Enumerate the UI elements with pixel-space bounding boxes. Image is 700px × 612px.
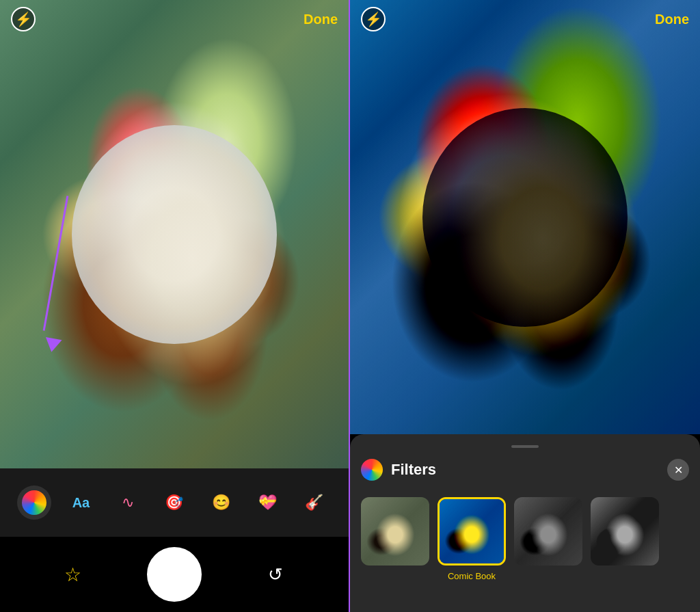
emoji-tool-button[interactable]: 😊 bbox=[204, 485, 238, 520]
bolt-icon-right: ⚡ bbox=[365, 11, 382, 27]
sticker-tool-icon: 💝 bbox=[258, 494, 277, 511]
filters-tool-icon bbox=[22, 490, 46, 515]
star-icon: ☆ bbox=[64, 563, 81, 586]
filters-tool-button[interactable] bbox=[17, 485, 51, 520]
left-photo-area bbox=[0, 0, 349, 468]
draw-tool-icon: ∿ bbox=[122, 494, 134, 511]
text-tool-button[interactable]: Aa bbox=[64, 485, 98, 520]
filter-thumb-bg-noir bbox=[591, 497, 659, 566]
filter-thumb-original[interactable] bbox=[361, 497, 429, 566]
emoji-tool-icon: 😊 bbox=[212, 494, 230, 511]
favorites-button[interactable]: ☆ bbox=[56, 557, 90, 591]
close-filters-button[interactable]: ✕ bbox=[667, 459, 689, 481]
filters-title: Filters bbox=[391, 461, 436, 479]
filter-item-original bbox=[361, 497, 429, 581]
bolt-icon-left: ⚡ bbox=[15, 11, 32, 27]
sticker-tool-button[interactable]: 💝 bbox=[251, 485, 285, 520]
filter-label-comic-book: Comic Book bbox=[448, 571, 496, 581]
right-top-bar: ⚡ Done bbox=[350, 0, 700, 38]
filter-item-comic-book: Comic Book bbox=[438, 497, 506, 581]
comic-photo-background bbox=[350, 0, 700, 434]
left-camera-panel: ⚡ Done Aa ∿ 🎯 😊 💝 🎸 bbox=[0, 0, 350, 612]
photo-plate bbox=[72, 125, 277, 344]
shutter-button[interactable] bbox=[147, 547, 202, 602]
effects-tool-icon: 🎯 bbox=[165, 494, 183, 511]
text-tool-label: Aa bbox=[72, 495, 90, 511]
comic-photo-plate bbox=[422, 108, 628, 327]
done-button-left[interactable]: Done bbox=[304, 12, 338, 27]
draw-tool-button[interactable]: ∿ bbox=[111, 485, 145, 520]
drag-handle bbox=[511, 445, 539, 448]
filter-item-mono bbox=[514, 497, 582, 581]
rotate-icon: ↺ bbox=[268, 564, 283, 585]
filters-panel: Filters ✕ Comic Book bbox=[350, 434, 700, 612]
flash-button-left[interactable]: ⚡ bbox=[11, 7, 36, 31]
filter-thumb-noir[interactable] bbox=[591, 497, 659, 566]
left-top-bar: ⚡ Done bbox=[0, 0, 349, 38]
close-icon: ✕ bbox=[674, 464, 683, 477]
filters-header: Filters ✕ bbox=[361, 459, 689, 481]
done-button-right[interactable]: Done bbox=[655, 12, 689, 27]
filter-thumb-bg-mono bbox=[514, 497, 582, 566]
music-tool-button[interactable]: 🎸 bbox=[297, 485, 332, 520]
flash-button-right[interactable]: ⚡ bbox=[361, 7, 386, 31]
filter-item-noir bbox=[591, 497, 659, 581]
filters-icon bbox=[361, 459, 383, 481]
arrow-head bbox=[43, 337, 62, 354]
right-photo-area bbox=[350, 0, 700, 434]
photo-background bbox=[0, 0, 349, 468]
filter-thumb-mono[interactable] bbox=[514, 497, 582, 566]
filters-header-left: Filters bbox=[361, 459, 436, 481]
right-camera-panel: ⚡ Done Filters ✕ bbox=[350, 0, 700, 612]
left-bottom-bar: ☆ ↺ bbox=[0, 537, 349, 612]
music-tool-icon: 🎸 bbox=[305, 494, 323, 511]
filter-thumb-bg-original bbox=[361, 497, 429, 566]
rotate-button[interactable]: ↺ bbox=[258, 557, 293, 591]
left-toolbar: Aa ∿ 🎯 😊 💝 🎸 bbox=[0, 468, 349, 537]
filter-thumb-comic-book[interactable] bbox=[438, 497, 506, 566]
filter-thumbnails-list: Comic Book bbox=[361, 492, 689, 587]
filter-thumb-bg-comic-book bbox=[440, 499, 504, 563]
effects-tool-button[interactable]: 🎯 bbox=[157, 485, 191, 520]
